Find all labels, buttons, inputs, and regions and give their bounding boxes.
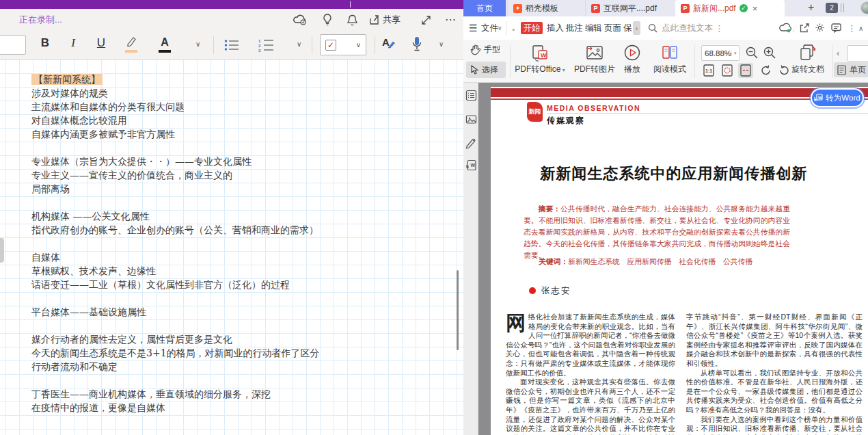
ink-editor-button[interactable]: A bbox=[381, 35, 396, 55]
highlighter-button[interactable] bbox=[124, 35, 139, 55]
pdf-to-image-icon bbox=[585, 44, 604, 62]
zoom-level-input[interactable]: 68.88% ▾ bbox=[701, 45, 740, 61]
font-name-input[interactable] bbox=[0, 35, 26, 55]
journal-name-cn: 传媒观察 bbox=[547, 115, 585, 127]
thumbnail-panel-icon[interactable] bbox=[465, 114, 477, 125]
rotate-right-icon[interactable] bbox=[776, 63, 791, 78]
bold-button[interactable]: B bbox=[38, 35, 53, 55]
single-page-mode-button[interactable]: 单页 bbox=[834, 62, 868, 77]
menu-item-annotate[interactable]: 批注 bbox=[566, 16, 583, 40]
todo-chevron-icon: ∨ bbox=[356, 41, 361, 49]
fit-page-icon[interactable] bbox=[738, 63, 753, 78]
note-line bbox=[31, 319, 455, 332]
user-avatar[interactable] bbox=[860, 1, 868, 14]
hamburger-menu-icon[interactable]: ☰ bbox=[469, 16, 478, 40]
note-line: 局部离场 bbox=[31, 182, 455, 196]
font-color-button[interactable]: A bbox=[157, 35, 172, 55]
read-mode-button[interactable]: 阅读模式 bbox=[649, 44, 690, 75]
menu-item-start[interactable]: 开始 bbox=[521, 22, 543, 34]
article-keywords: 关键词：新新闻生态系统 应用新闻传播 社会化传播 公共传播 bbox=[539, 257, 798, 267]
note-app-window: 正在录制... 共享 ⋯ B I U bbox=[0, 0, 463, 435]
hand-tool-button[interactable]: 手型 bbox=[470, 44, 500, 55]
play-button[interactable]: 播放 bbox=[621, 44, 644, 75]
settings-gear-icon[interactable] bbox=[815, 23, 825, 33]
more-vertical-icon[interactable]: ⋮ bbox=[847, 16, 856, 40]
comment-bubble-icon[interactable] bbox=[831, 23, 841, 33]
notification-bell-icon[interactable] bbox=[343, 12, 361, 28]
svg-text:2: 2 bbox=[258, 44, 261, 48]
annotation-pen-icon[interactable] bbox=[465, 137, 477, 149]
note-ribbon-top: 正在录制... 共享 ⋯ bbox=[0, 9, 463, 31]
note-line bbox=[31, 141, 455, 155]
lightbulb-icon[interactable] bbox=[318, 12, 336, 28]
note-canvas[interactable]: 【新新闻系统】涉及对媒体的规类主流媒体和自媒体的分类有很大问题对自媒体概念比较混… bbox=[0, 60, 463, 435]
outline-panel-icon[interactable] bbox=[465, 90, 477, 101]
note-line: 【新新闻系统】 bbox=[31, 72, 455, 86]
page-prev-icon[interactable]: ‹ bbox=[837, 48, 839, 58]
numbered-list-button[interactable]: 123 bbox=[258, 38, 275, 52]
collapse-ribbon-icon[interactable]: ∧ bbox=[858, 16, 863, 40]
open-external-icon[interactable] bbox=[800, 23, 809, 33]
file-menu-chevron-icon[interactable]: ∨ bbox=[498, 16, 502, 40]
tab-docer-templates[interactable]: ✦ 稻壳模板 bbox=[507, 0, 584, 16]
underline-button[interactable]: U bbox=[94, 35, 109, 55]
wps-tabbar: 首页 ✦ 稻壳模板 P 互联网平....pdf P 新新闻...pdf ✓ × … bbox=[463, 0, 868, 16]
menu-overflow-chevron-icon[interactable]: › bbox=[633, 21, 640, 35]
body-column-right: 字节跳动“抖音”、第一财经DT财经、界面新闻《正午》、浙江长兴传媒集团、阿牛科技… bbox=[686, 313, 863, 435]
tab-count-badge[interactable]: 2 bbox=[826, 3, 838, 13]
cloud-sync-icon[interactable] bbox=[291, 12, 309, 28]
search-more-icon[interactable]: ⋮ bbox=[715, 16, 724, 40]
resize-diagonal-icon[interactable] bbox=[417, 12, 435, 28]
search-input[interactable]: 点此查找文本 bbox=[662, 16, 713, 40]
font-options-chevron-icon[interactable]: ∨ bbox=[195, 40, 200, 48]
zoom-dropdown-icon[interactable]: ▾ bbox=[731, 51, 737, 56]
more-options-icon[interactable]: ⋯ bbox=[442, 12, 459, 28]
italic-button[interactable]: I bbox=[66, 35, 81, 55]
left-gutter-handle[interactable] bbox=[0, 238, 4, 263]
list-options-chevron-icon[interactable]: ∨ bbox=[297, 40, 301, 48]
microphone-button[interactable] bbox=[411, 36, 422, 53]
font-color-swatch bbox=[159, 50, 171, 53]
menu-item-edit[interactable]: 编辑 bbox=[585, 16, 602, 40]
menu-item-protect[interactable]: 保 bbox=[623, 16, 632, 40]
zoom-out-icon[interactable] bbox=[745, 46, 759, 60]
fit-actual-size-icon[interactable]: 1:1 bbox=[701, 63, 716, 78]
convert-to-word-button[interactable]: W 转为Word bbox=[812, 90, 863, 106]
pdf-to-office-button[interactable]: W PDF转Office ▾ bbox=[514, 44, 566, 75]
svg-text:⌄: ⌄ bbox=[792, 27, 794, 32]
note-scrollbar[interactable] bbox=[457, 270, 459, 350]
menu-item-insert[interactable]: 插入 bbox=[547, 16, 564, 40]
rotate-left-icon[interactable] bbox=[759, 63, 774, 78]
zoom-in-icon[interactable] bbox=[763, 46, 776, 60]
todo-tag-dropdown[interactable]: ✓ ∨ bbox=[320, 34, 366, 55]
note-line: 草根赋权、技术发声、边缘性 bbox=[31, 264, 455, 278]
page-number-input[interactable] bbox=[847, 45, 868, 62]
tab-pdf-active[interactable]: P 新新闻...pdf ✓ × bbox=[675, 0, 785, 16]
svg-text:1: 1 bbox=[258, 39, 261, 43]
abstract-label: 摘要： bbox=[539, 205, 561, 213]
play-icon bbox=[623, 44, 641, 62]
saved-check-icon: ✓ bbox=[740, 4, 748, 12]
search-icon[interactable] bbox=[648, 23, 657, 33]
svg-text:1:1: 1:1 bbox=[705, 68, 712, 73]
share-button[interactable]: 共享 bbox=[369, 12, 401, 28]
mic-options-chevron-icon[interactable]: ∨ bbox=[439, 40, 444, 48]
note-titlebar[interactable] bbox=[0, 0, 463, 9]
new-tab-button[interactable]: + bbox=[808, 1, 814, 14]
pin-ribbon-icon[interactable]: ⌄ bbox=[511, 16, 516, 40]
menu-item-page[interactable]: 页面 bbox=[604, 16, 621, 40]
file-menu[interactable]: 文件 bbox=[481, 16, 498, 40]
export-word-icon[interactable]: W bbox=[465, 159, 477, 171]
fit-visible-icon[interactable] bbox=[720, 63, 735, 78]
tab-home[interactable]: 首页 bbox=[463, 0, 506, 16]
pdf-to-image-button[interactable]: PDF转图片 bbox=[571, 44, 618, 75]
select-tool-button[interactable]: 选择 bbox=[466, 62, 506, 78]
cloud-status-icon[interactable]: ⌄ bbox=[779, 23, 794, 34]
note-lines: 【新新闻系统】涉及对媒体的规类主流媒体和自媒体的分类有很大问题对自媒体概念比较混… bbox=[31, 72, 455, 414]
tab-pdf-internet[interactable]: P 互联网平....pdf bbox=[585, 0, 674, 16]
rotate-document-button[interactable]: 旋转文档 bbox=[790, 44, 826, 75]
close-tab-icon[interactable]: × bbox=[752, 3, 758, 14]
wps-pdf-window: 首页 ✦ 稻壳模板 P 互联网平....pdf P 新新闻...pdf ✓ × … bbox=[463, 0, 868, 435]
divider bbox=[213, 36, 214, 54]
bullet-list-button[interactable] bbox=[224, 39, 239, 51]
